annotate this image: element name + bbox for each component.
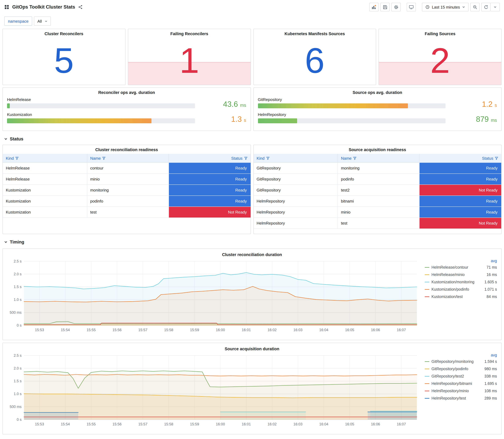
stats-row: Cluster Reconcilers 5 Failing Reconciler… <box>2 29 502 85</box>
filter-icon[interactable] <box>495 157 498 160</box>
chevron-down-icon <box>4 240 8 244</box>
time-range-picker[interactable]: Last 15 minutes <box>422 3 468 11</box>
timeseries-plot[interactable]: 15:5315:5415:5515:5615:5715:5815:5916:00… <box>5 258 422 335</box>
legend-item[interactable]: Kustomization/test84 ms <box>425 293 497 300</box>
column-header-status[interactable]: Status <box>419 154 501 163</box>
table-row: KustomizationtestNot Ready <box>3 207 250 218</box>
status-badge: Not Ready <box>420 218 501 229</box>
page-title: GitOps Toolkit Cluster Stats <box>12 4 75 10</box>
gauge-label: HelmRepository <box>258 112 445 117</box>
filter-icon[interactable] <box>244 157 247 160</box>
series-name: HelmRepository/bitnami <box>431 381 472 386</box>
add-panel-button[interactable] <box>369 3 379 11</box>
bar-gauge-track <box>7 118 195 123</box>
column-header-name[interactable]: Name <box>338 154 419 163</box>
legend-item[interactable]: HelmRepository/bitnami1.695 s <box>425 380 497 387</box>
gauge-row: GitRepository 1.2 s <box>258 97 497 108</box>
legend-item[interactable]: HelmRelease/minio16 ms <box>425 271 497 278</box>
share-icon[interactable] <box>78 5 83 9</box>
legend-item[interactable]: Kustomization/podinfo1.071 s <box>425 286 497 293</box>
svg-text:16:03: 16:03 <box>294 422 303 426</box>
cell-name: test2 <box>338 185 419 196</box>
dashboard-settings-button[interactable] <box>391 3 401 11</box>
table-row: HelmRepositorybitnamiReady <box>254 196 501 207</box>
legend-item[interactable]: HelmRepository/minio108 ms <box>425 387 497 395</box>
panel-title: Failing Reconcilers <box>128 29 251 36</box>
column-header-status[interactable]: Status <box>169 154 250 163</box>
svg-text:16:07: 16:07 <box>397 328 406 332</box>
legend-item[interactable]: Kustomization/monitoring1.605 s <box>425 278 497 286</box>
timeseries-chart[interactable]: 15:5315:5415:5515:5615:5715:5815:5916:00… <box>5 258 422 336</box>
legend-item[interactable]: HelmRepository/test289 ms <box>425 395 497 402</box>
series-avg-value: 1.695 s <box>484 381 497 386</box>
variable-value-dropdown[interactable]: All <box>34 16 51 26</box>
stat-panel-cluster-reconcilers: Cluster Reconcilers 5 <box>2 29 125 85</box>
filter-icon[interactable] <box>15 157 19 160</box>
row-header-status[interactable]: Status <box>4 135 502 143</box>
panel-title: Source ops avg. duration <box>258 90 497 95</box>
series-name: GitRepository/podinfo <box>431 367 468 371</box>
filter-icon[interactable] <box>102 157 106 160</box>
panel-title: Cluster reconciliation duration <box>3 250 501 257</box>
bar-gauge-fill <box>258 118 297 123</box>
timeseries-plot[interactable]: 15:5315:5415:5515:5615:5715:5815:5916:00… <box>5 353 422 429</box>
dashboards-grid-icon[interactable] <box>4 5 9 10</box>
timeseries-chart[interactable]: 15:5315:5415:5515:5615:5715:5815:5916:00… <box>5 353 422 430</box>
save-dashboard-button[interactable] <box>380 3 390 11</box>
tables-row: Cluster reconciliation readiness Kind Na… <box>2 145 502 234</box>
series-avg-value: 1.071 s <box>484 287 497 292</box>
column-header-kind[interactable]: Kind <box>3 154 87 163</box>
series-avg-value: 84 ms <box>487 295 497 299</box>
variable-selected-value: All <box>37 19 42 24</box>
dashboard-header: GitOps Toolkit Cluster Stats <box>0 0 504 14</box>
legend-item[interactable]: GitRepository/test2338 ms <box>425 373 497 380</box>
bar-gauge-track <box>258 118 445 123</box>
source-readiness-panel: Source acquisition readiness Kind Name S… <box>253 145 502 234</box>
section-title: Timing <box>10 240 24 244</box>
filter-icon[interactable] <box>353 157 356 160</box>
cell-kind: GitRepository <box>254 174 338 185</box>
svg-text:2.0 s: 2.0 s <box>14 272 21 276</box>
series-name: Kustomization/monitoring <box>431 280 474 284</box>
legend-avg-label: avg <box>491 259 497 263</box>
svg-text:0 s: 0 s <box>17 323 22 327</box>
table-row: HelmReleaseminioReady <box>3 174 250 185</box>
cell-kind: Kustomization <box>3 196 87 207</box>
row-header-timing[interactable]: Timing <box>4 238 502 246</box>
series-name: Kustomization/podinfo <box>431 287 469 292</box>
status-badge: Ready <box>420 196 501 207</box>
cell-kind: HelmRepository <box>254 207 338 218</box>
table-row: HelmRepositoryminioReady <box>254 207 501 218</box>
svg-text:1.5 s: 1.5 s <box>14 285 21 289</box>
svg-text:16:04: 16:04 <box>319 328 328 332</box>
column-header-kind[interactable]: Kind <box>254 154 338 163</box>
svg-text:500 ms: 500 ms <box>10 311 22 315</box>
svg-text:1.5 s: 1.5 s <box>14 379 21 383</box>
stat-value: 6 <box>254 36 376 85</box>
table-row: GitRepositorypodinfoReady <box>254 174 501 185</box>
bar-gauge-track <box>7 103 195 108</box>
readiness-table: Kind Name Status GitRepositorymonitoring… <box>254 154 501 229</box>
refresh-button[interactable] <box>481 3 491 11</box>
source-acquisition-duration-panel: Source acquisition duration 15:5315:5415… <box>2 343 502 434</box>
filter-icon[interactable] <box>266 157 270 160</box>
svg-text:16:07: 16:07 <box>397 422 406 426</box>
svg-text:15:56: 15:56 <box>112 422 122 426</box>
refresh-interval-dropdown[interactable] <box>491 3 500 11</box>
legend-item[interactable]: GitRepository/podinfo980 ms <box>425 365 497 373</box>
zoom-out-button[interactable] <box>470 3 479 11</box>
cell-status: Ready <box>169 163 250 174</box>
gauge-value: 1.3 s <box>200 115 246 123</box>
bar-gauge-fill <box>258 103 408 108</box>
cycle-view-tv-button[interactable] <box>407 3 416 11</box>
cell-name: test <box>87 207 169 218</box>
cell-name: podinfo <box>338 174 419 185</box>
time-range-label: Last 15 minutes <box>432 5 460 9</box>
table-row: GitRepositorymonitoringReady <box>254 163 501 174</box>
svg-text:16:02: 16:02 <box>268 422 277 426</box>
legend-item[interactable]: GitRepository/monitoring1.594 s <box>425 358 497 365</box>
cell-status: Ready <box>169 196 250 207</box>
legend-item[interactable]: HelmRelease/contour71 ms <box>425 264 497 271</box>
column-header-name[interactable]: Name <box>87 154 169 163</box>
cell-name: monitoring <box>87 185 169 196</box>
